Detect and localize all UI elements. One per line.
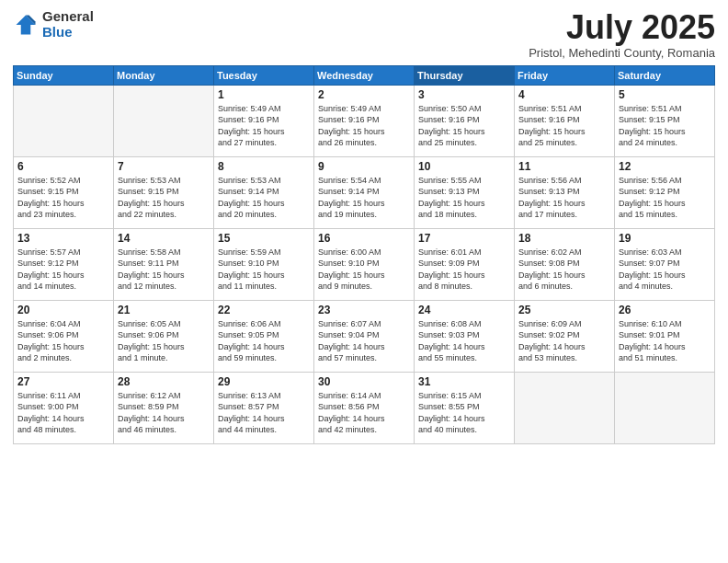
day-number: 22	[218, 304, 310, 316]
day-number: 7	[118, 160, 210, 173]
day-number: 12	[619, 160, 711, 173]
calendar-cell	[114, 85, 214, 156]
day-number: 17	[418, 232, 510, 245]
day-number: 9	[318, 160, 410, 173]
logo-text: General Blue	[42, 9, 94, 40]
day-number: 10	[418, 160, 510, 173]
calendar-cell: 13Sunrise: 5:57 AM Sunset: 9:12 PM Dayli…	[14, 228, 114, 300]
logo-blue-label: Blue	[42, 25, 94, 40]
day-info: Sunrise: 5:49 AM Sunset: 9:16 PM Dayligh…	[318, 103, 410, 149]
day-info: Sunrise: 5:51 AM Sunset: 9:16 PM Dayligh…	[518, 103, 610, 149]
calendar-week-row: 6Sunrise: 5:52 AM Sunset: 9:15 PM Daylig…	[14, 156, 715, 228]
calendar-table: Sunday Monday Tuesday Wednesday Thursday…	[13, 65, 715, 444]
calendar-cell: 16Sunrise: 6:00 AM Sunset: 9:10 PM Dayli…	[314, 228, 415, 300]
day-info: Sunrise: 5:56 AM Sunset: 9:12 PM Dayligh…	[619, 175, 711, 221]
calendar-cell	[14, 85, 114, 156]
col-thursday: Thursday	[415, 65, 515, 85]
col-tuesday: Tuesday	[214, 65, 314, 85]
day-number: 24	[418, 304, 510, 316]
calendar-cell: 11Sunrise: 5:56 AM Sunset: 9:13 PM Dayli…	[515, 156, 615, 228]
day-info: Sunrise: 6:07 AM Sunset: 9:04 PM Dayligh…	[318, 318, 410, 364]
calendar-cell: 9Sunrise: 5:54 AM Sunset: 9:14 PM Daylig…	[314, 156, 415, 228]
calendar-week-row: 1Sunrise: 5:49 AM Sunset: 9:16 PM Daylig…	[14, 85, 715, 156]
day-info: Sunrise: 5:49 AM Sunset: 9:16 PM Dayligh…	[218, 103, 310, 149]
location-subtitle: Pristol, Mehedinti County, Romania	[529, 46, 715, 60]
day-info: Sunrise: 6:09 AM Sunset: 9:02 PM Dayligh…	[518, 318, 610, 364]
day-number: 5	[619, 88, 711, 101]
day-number: 11	[518, 160, 610, 173]
calendar-cell: 7Sunrise: 5:53 AM Sunset: 9:15 PM Daylig…	[114, 156, 214, 228]
day-info: Sunrise: 6:10 AM Sunset: 9:01 PM Dayligh…	[619, 318, 711, 364]
calendar-cell: 24Sunrise: 6:08 AM Sunset: 9:03 PM Dayli…	[415, 300, 515, 372]
day-info: Sunrise: 6:03 AM Sunset: 9:07 PM Dayligh…	[619, 247, 711, 293]
calendar-cell: 29Sunrise: 6:13 AM Sunset: 8:57 PM Dayli…	[214, 372, 314, 443]
day-info: Sunrise: 5:57 AM Sunset: 9:12 PM Dayligh…	[17, 247, 109, 293]
calendar-cell: 23Sunrise: 6:07 AM Sunset: 9:04 PM Dayli…	[314, 300, 415, 372]
day-info: Sunrise: 6:04 AM Sunset: 9:06 PM Dayligh…	[17, 318, 109, 364]
day-number: 27	[17, 375, 109, 388]
logo: General Blue	[13, 9, 94, 40]
day-info: Sunrise: 6:06 AM Sunset: 9:05 PM Dayligh…	[218, 318, 310, 364]
calendar-cell: 30Sunrise: 6:14 AM Sunset: 8:56 PM Dayli…	[314, 372, 415, 443]
calendar-week-row: 20Sunrise: 6:04 AM Sunset: 9:06 PM Dayli…	[14, 300, 715, 372]
day-info: Sunrise: 5:56 AM Sunset: 9:13 PM Dayligh…	[518, 175, 610, 221]
calendar-cell: 15Sunrise: 5:59 AM Sunset: 9:10 PM Dayli…	[214, 228, 314, 300]
day-info: Sunrise: 6:02 AM Sunset: 9:08 PM Dayligh…	[518, 247, 610, 293]
day-number: 20	[17, 304, 109, 316]
day-number: 8	[218, 160, 310, 173]
calendar-week-row: 13Sunrise: 5:57 AM Sunset: 9:12 PM Dayli…	[14, 228, 715, 300]
day-number: 19	[619, 232, 711, 245]
calendar-cell: 31Sunrise: 6:15 AM Sunset: 8:55 PM Dayli…	[415, 372, 515, 443]
day-info: Sunrise: 5:55 AM Sunset: 9:13 PM Dayligh…	[418, 175, 510, 221]
day-info: Sunrise: 6:13 AM Sunset: 8:57 PM Dayligh…	[218, 390, 310, 436]
day-info: Sunrise: 6:01 AM Sunset: 9:09 PM Dayligh…	[418, 247, 510, 293]
col-friday: Friday	[515, 65, 615, 85]
day-info: Sunrise: 6:12 AM Sunset: 8:59 PM Dayligh…	[118, 390, 210, 436]
day-number: 4	[518, 88, 610, 101]
day-info: Sunrise: 6:15 AM Sunset: 8:55 PM Dayligh…	[418, 390, 510, 436]
calendar-cell: 28Sunrise: 6:12 AM Sunset: 8:59 PM Dayli…	[114, 372, 214, 443]
calendar-cell: 5Sunrise: 5:51 AM Sunset: 9:15 PM Daylig…	[615, 85, 715, 156]
calendar-cell: 2Sunrise: 5:49 AM Sunset: 9:16 PM Daylig…	[314, 85, 415, 156]
day-info: Sunrise: 5:53 AM Sunset: 9:15 PM Dayligh…	[118, 175, 210, 221]
header: General Blue July 2025 Pristol, Mehedint…	[13, 9, 715, 60]
col-monday: Monday	[114, 65, 214, 85]
day-info: Sunrise: 6:14 AM Sunset: 8:56 PM Dayligh…	[318, 390, 410, 436]
calendar-cell: 4Sunrise: 5:51 AM Sunset: 9:16 PM Daylig…	[515, 85, 615, 156]
day-number: 31	[418, 375, 510, 388]
day-info: Sunrise: 5:53 AM Sunset: 9:14 PM Dayligh…	[218, 175, 310, 221]
calendar-cell	[615, 372, 715, 443]
day-info: Sunrise: 5:58 AM Sunset: 9:11 PM Dayligh…	[118, 247, 210, 293]
day-number: 25	[518, 304, 610, 316]
calendar-cell: 10Sunrise: 5:55 AM Sunset: 9:13 PM Dayli…	[415, 156, 515, 228]
day-number: 18	[518, 232, 610, 245]
calendar-cell: 25Sunrise: 6:09 AM Sunset: 9:02 PM Dayli…	[515, 300, 615, 372]
day-number: 13	[17, 232, 109, 245]
day-number: 28	[118, 375, 210, 388]
calendar-cell: 21Sunrise: 6:05 AM Sunset: 9:06 PM Dayli…	[114, 300, 214, 372]
day-info: Sunrise: 5:50 AM Sunset: 9:16 PM Dayligh…	[418, 103, 510, 149]
month-title: July 2025	[529, 9, 715, 46]
title-block: July 2025 Pristol, Mehedinti County, Rom…	[529, 9, 715, 60]
calendar-cell: 17Sunrise: 6:01 AM Sunset: 9:09 PM Dayli…	[415, 228, 515, 300]
svg-marker-0	[17, 15, 36, 34]
day-number: 16	[318, 232, 410, 245]
day-number: 14	[118, 232, 210, 245]
day-info: Sunrise: 6:08 AM Sunset: 9:03 PM Dayligh…	[418, 318, 510, 364]
col-saturday: Saturday	[615, 65, 715, 85]
day-info: Sunrise: 6:11 AM Sunset: 9:00 PM Dayligh…	[17, 390, 109, 436]
calendar-cell: 6Sunrise: 5:52 AM Sunset: 9:15 PM Daylig…	[14, 156, 114, 228]
calendar-cell: 8Sunrise: 5:53 AM Sunset: 9:14 PM Daylig…	[214, 156, 314, 228]
calendar-cell: 20Sunrise: 6:04 AM Sunset: 9:06 PM Dayli…	[14, 300, 114, 372]
calendar-cell: 19Sunrise: 6:03 AM Sunset: 9:07 PM Dayli…	[615, 228, 715, 300]
calendar-cell: 1Sunrise: 5:49 AM Sunset: 9:16 PM Daylig…	[214, 85, 314, 156]
day-number: 26	[619, 304, 711, 316]
logo-icon	[13, 12, 39, 38]
day-info: Sunrise: 6:00 AM Sunset: 9:10 PM Dayligh…	[318, 247, 410, 293]
day-info: Sunrise: 6:05 AM Sunset: 9:06 PM Dayligh…	[118, 318, 210, 364]
day-number: 21	[118, 304, 210, 316]
calendar-cell: 18Sunrise: 6:02 AM Sunset: 9:08 PM Dayli…	[515, 228, 615, 300]
day-info: Sunrise: 5:59 AM Sunset: 9:10 PM Dayligh…	[218, 247, 310, 293]
calendar-cell: 22Sunrise: 6:06 AM Sunset: 9:05 PM Dayli…	[214, 300, 314, 372]
calendar-cell: 27Sunrise: 6:11 AM Sunset: 9:00 PM Dayli…	[14, 372, 114, 443]
